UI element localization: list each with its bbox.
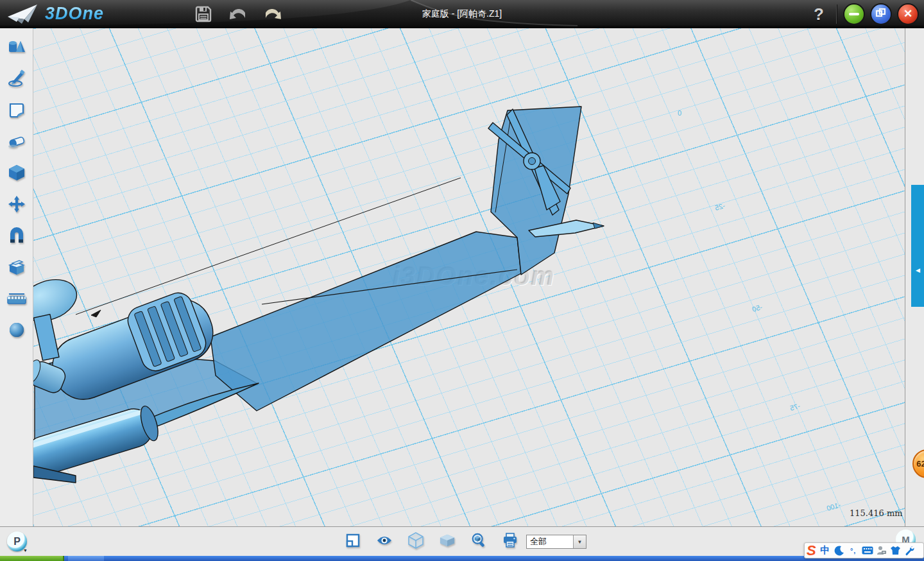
close-button[interactable]: ✕ xyxy=(898,4,918,24)
eye-icon xyxy=(377,535,392,546)
pd-dropdown-caret[interactable]: ▼ xyxy=(23,548,28,553)
sphere-icon xyxy=(8,322,25,338)
titlebar-controls: ? ✕ xyxy=(809,0,918,28)
titlebar: 3DOne xyxy=(0,0,924,28)
undo-button[interactable] xyxy=(227,3,249,25)
os-taskbar-edge[interactable] xyxy=(0,556,924,561)
undo-icon xyxy=(228,5,248,23)
boost-ball-value: 62 xyxy=(916,459,924,469)
tshirt-icon xyxy=(890,546,901,555)
minimize-button[interactable] xyxy=(844,4,864,24)
view-controls-group xyxy=(345,532,518,549)
tool-measure-ruler[interactable] xyxy=(6,290,28,307)
pencil-sketch-icon xyxy=(7,69,26,87)
minimize-icon xyxy=(849,13,859,15)
cube-icon xyxy=(8,164,26,182)
paper-plane-icon xyxy=(6,3,40,26)
3done-application-window: 3DOne xyxy=(0,0,924,561)
show-plane-button[interactable] xyxy=(345,532,361,549)
dropdown-arrow-icon: ▼ xyxy=(573,535,586,548)
redo-icon xyxy=(263,5,282,23)
magnet-icon xyxy=(8,227,26,244)
help-button[interactable]: ? xyxy=(809,4,828,24)
display-filter-value: 全部 xyxy=(527,536,573,548)
primitives-icon xyxy=(7,39,26,55)
taskbar-button-edge[interactable] xyxy=(68,556,104,561)
save-icon xyxy=(194,5,212,23)
wireframe-display-button[interactable] xyxy=(408,532,424,549)
plane-corner-icon xyxy=(345,533,361,548)
wireframe-cube-icon xyxy=(408,532,424,549)
print-button[interactable] xyxy=(502,532,518,549)
restore-button[interactable] xyxy=(871,4,891,24)
ime-fullhalf-toggle[interactable] xyxy=(833,544,846,557)
tool-feature-cube[interactable] xyxy=(6,164,28,181)
ime-profile-button[interactable] xyxy=(875,544,888,557)
grid-scale-readout: 115.416 mm xyxy=(850,508,903,518)
ruler-icon xyxy=(6,291,27,306)
printer-icon xyxy=(502,533,518,548)
tool-magnet-snap[interactable] xyxy=(6,227,28,244)
plane-sheet-icon xyxy=(8,101,26,118)
bottom-toolbar: P ▼ xyxy=(0,526,924,556)
wrench-icon xyxy=(905,546,915,556)
tool-sketch-plane[interactable] xyxy=(6,101,28,118)
left-toolbar xyxy=(0,28,33,526)
ime-toolbar: S 中 °, xyxy=(804,542,924,558)
save-button[interactable] xyxy=(193,3,214,25)
move-arrows-icon xyxy=(8,195,26,213)
model-apache-helicopter[interactable] xyxy=(33,28,905,526)
titlebar-quick-tools xyxy=(193,3,284,25)
ime-softkeyboard-button[interactable] xyxy=(861,544,874,557)
tool-assembly-box[interactable] xyxy=(6,259,28,275)
panel-collapse-tab[interactable]: ◀ xyxy=(911,185,924,307)
brand-text: 3DOne xyxy=(45,4,104,24)
ime-skin-button[interactable] xyxy=(889,544,902,557)
magnifier-icon xyxy=(471,532,486,549)
keyboard-icon xyxy=(862,546,873,555)
tool-move-transform[interactable] xyxy=(6,196,28,212)
shaded-cube-icon xyxy=(440,533,455,548)
tool-render-sphere[interactable] xyxy=(6,322,28,338)
viewport-canvas[interactable]: i3DOne.com xyxy=(33,28,905,526)
close-icon: ✕ xyxy=(898,4,918,24)
app-logo: 3DOne xyxy=(0,3,160,26)
titlebar-separator xyxy=(836,4,837,24)
tool-eraser-edit[interactable] xyxy=(6,133,28,150)
tool-solid-primitives[interactable] xyxy=(6,39,28,55)
shaded-display-button[interactable] xyxy=(440,532,455,549)
display-filter-dropdown[interactable]: 全部 ▼ xyxy=(526,535,586,549)
visibility-button[interactable] xyxy=(377,532,392,549)
profile-person-icon xyxy=(877,546,887,555)
ime-language-toggle[interactable]: 中 xyxy=(819,544,832,557)
moon-icon xyxy=(834,546,844,556)
redo-button[interactable] xyxy=(262,3,284,25)
eraser-icon xyxy=(7,134,26,149)
ime-punctuation-toggle[interactable]: °, xyxy=(847,544,860,557)
zoom-button[interactable] xyxy=(471,532,486,549)
tool-sketch-draw[interactable] xyxy=(6,70,28,87)
collapse-arrow-icon: ◀ xyxy=(916,267,920,273)
ime-logo[interactable]: S xyxy=(807,544,816,558)
start-button-edge[interactable] xyxy=(0,556,64,561)
open-box-icon xyxy=(7,259,26,275)
ime-settings-button[interactable] xyxy=(903,544,916,557)
